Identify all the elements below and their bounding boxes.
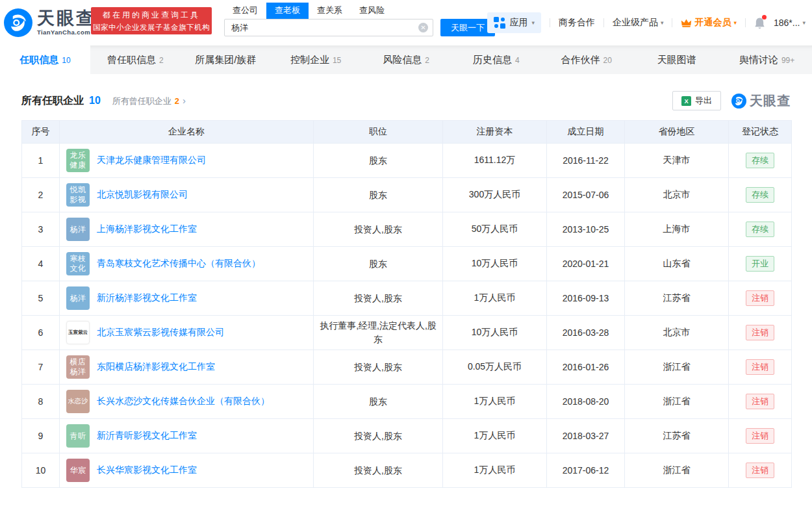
promo-line2: 国家中小企业发展子基金旗下机构 [93, 23, 210, 32]
province-cell: 浙江省 [625, 350, 729, 385]
status-badge: 存续 [746, 187, 774, 203]
table-row: 10华宸长兴华宸影视文化工作室投资人,股东1万人民币2017-06-12浙江省注… [22, 453, 792, 488]
tab-风险信息[interactable]: 风险信息2 [361, 45, 451, 74]
row-number: 1 [22, 144, 60, 178]
company-name-link[interactable]: 新沂杨洋影视文化工作室 [97, 292, 197, 304]
enterprise-products-menu[interactable]: 企业级产品 ▾ [613, 17, 664, 29]
company-name-link[interactable]: 新沂青听影视文化工作室 [97, 430, 197, 442]
capital-cell: 1万人民币 [443, 453, 547, 488]
search-tab-查风险[interactable]: 查风险 [351, 3, 393, 19]
tab-所属集团/族群[interactable]: 所属集团/族群 [181, 45, 271, 74]
chevron-down-icon: ▾ [531, 19, 535, 26]
tab-舆情讨论[interactable]: 舆情讨论99+ [722, 45, 812, 74]
capital-cell: 1万人民币 [443, 385, 547, 419]
apps-menu[interactable]: 应用 ▾ [487, 12, 541, 33]
date-cell: 2016-09-13 [547, 281, 625, 316]
search-tab-查老板[interactable]: 查老板 [266, 3, 309, 19]
logo-domain: TianYanCha.com [37, 29, 95, 36]
svg-text:X: X [684, 98, 689, 105]
tab-count: 10 [62, 56, 70, 65]
search-tab-查公司[interactable]: 查公司 [224, 3, 266, 19]
search-widget: 查公司查老板查关系查风险 ✕ 天眼一下 [224, 3, 495, 36]
position-cell: 投资人,股东 [314, 350, 443, 385]
date-cell: 2018-08-20 [547, 385, 625, 419]
company-name-link[interactable]: 东阳横店杨洋影视文化工作室 [97, 361, 215, 373]
apps-label: 应用 [509, 17, 527, 29]
notifications-button[interactable] [754, 17, 765, 29]
company-name-link[interactable]: 青岛寒枝文化艺术传播中心（有限合伙） [97, 258, 260, 270]
status-badge: 注销 [746, 359, 774, 375]
company-logo: 玉宸紫云 [66, 321, 90, 344]
company-name-link[interactable]: 上海杨洋影视文化工作室 [97, 223, 197, 235]
column-header: 成立日期 [547, 121, 625, 144]
company-logo: 悦凯影视 [66, 183, 90, 207]
status-badge: 存续 [746, 153, 774, 168]
table-row: 9青听新沂青听影视文化工作室投资人,股东1万人民币2018-03-27江苏省注销 [22, 419, 792, 453]
search-input[interactable] [224, 19, 433, 36]
table-row: 3杨洋上海杨洋影视文化工作室投资人,股东50万人民币2013-10-25上海市存… [22, 212, 792, 247]
tab-控制企业[interactable]: 控制企业15 [271, 45, 361, 74]
row-number: 8 [22, 385, 60, 419]
date-cell: 2016-11-22 [547, 144, 625, 178]
tianyancha-logo-icon [4, 8, 32, 37]
tab-天眼图谱[interactable]: 天眼图谱 [631, 45, 722, 74]
company-cell: 寒枝文化青岛寒枝文化艺术传播中心（有限合伙） [60, 247, 314, 281]
company-cell: 杨洋新沂杨洋影视文化工作室 [60, 281, 314, 316]
company-name-link[interactable]: 北京玉宸紫云影视传媒有限公司 [97, 327, 224, 338]
province-cell: 北京市 [625, 316, 729, 350]
company-logo: 杨洋 [66, 286, 90, 310]
company-logo: 杨洋 [66, 218, 90, 241]
capital-cell: 10万人民币 [443, 316, 547, 350]
tab-合作伙伴[interactable]: 合作伙伴20 [541, 45, 631, 74]
company-name-link[interactable]: 北京悦凯影视有限公司 [97, 189, 188, 201]
former-positions-link[interactable]: 所有曾任职企业 2 › [112, 95, 186, 107]
section-title-count: 10 [89, 95, 101, 107]
excel-icon: X [681, 96, 691, 106]
account-menu[interactable]: 186*... ▾ [774, 18, 806, 28]
export-button[interactable]: X 导出 [672, 91, 721, 110]
divider [550, 18, 550, 27]
company-cell: 杨洋上海杨洋影视文化工作室 [60, 212, 314, 247]
vip-upgrade-menu[interactable]: 开通会员 ▾ [681, 17, 737, 29]
company-name-link[interactable]: 天津龙乐健康管理有限公司 [97, 155, 206, 166]
tab-历史信息[interactable]: 历史信息4 [451, 45, 541, 74]
status-badge: 开业 [746, 256, 774, 272]
row-number: 9 [22, 419, 60, 453]
business-cooperation-link[interactable]: 商务合作 [559, 17, 595, 29]
position-cell: 投资人,股东 [314, 281, 443, 316]
status-cell: 注销 [729, 350, 792, 385]
search-button[interactable]: 天眼一下 [440, 19, 495, 36]
watermark-logo-icon [731, 94, 746, 108]
date-cell: 2013-10-25 [547, 212, 625, 247]
search-tab-查关系[interactable]: 查关系 [309, 3, 351, 19]
clear-search-icon[interactable]: ✕ [418, 23, 428, 32]
status-badge: 存续 [746, 222, 774, 237]
tab-任职信息[interactable]: 任职信息10 [0, 45, 90, 74]
tianyancha-logo[interactable]: 天眼查 TianYanCha.com [4, 8, 95, 37]
position-cell: 投资人,股东 [314, 212, 443, 247]
province-cell: 浙江省 [625, 453, 729, 488]
company-logo: 寒枝文化 [66, 252, 90, 275]
status-cell: 注销 [729, 281, 792, 316]
position-cell: 投资人,股东 [314, 419, 443, 453]
company-name-link[interactable]: 长兴华宸影视文化工作室 [97, 464, 197, 476]
header-nav: 应用 ▾ 商务合作 企业级产品 ▾ 开通会员 ▾ 186* [487, 0, 806, 45]
company-logo: 水恋沙 [66, 390, 90, 413]
chevron-right-icon: › [183, 95, 186, 105]
company-cell: 玉宸紫云北京玉宸紫云影视传媒有限公司 [60, 316, 314, 350]
tab-label: 合作伙伴 [561, 54, 600, 66]
status-badge: 注销 [746, 290, 774, 306]
tab-曾任职信息[interactable]: 曾任职信息2 [90, 45, 181, 74]
company-name-link[interactable]: 长兴水恋沙文化传媒合伙企业（有限合伙） [97, 396, 270, 407]
promo-line1: 都在用的商业查询工具 [103, 10, 200, 21]
section-title: 所有任职企业 [21, 94, 84, 108]
enterprise-products-label: 企业级产品 [613, 17, 658, 29]
capital-cell: 50万人民币 [443, 212, 547, 247]
former-positions-label: 所有曾任职企业 [112, 95, 171, 107]
status-cell: 注销 [729, 419, 792, 453]
tab-count: 20 [603, 56, 612, 65]
apps-grid-icon [494, 17, 505, 29]
column-header: 省份地区 [625, 121, 729, 144]
capital-cell: 10万人民币 [443, 247, 547, 281]
row-number: 5 [22, 281, 60, 316]
